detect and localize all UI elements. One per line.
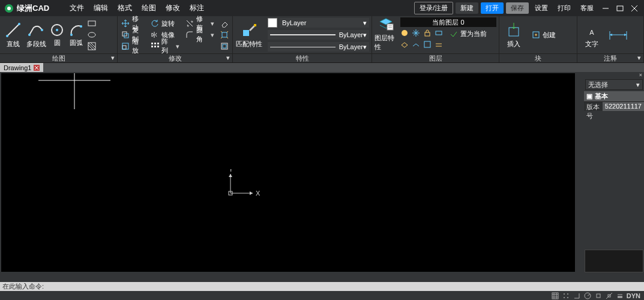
layer-lock-icon[interactable]	[423, 29, 433, 38]
rectangle-icon[interactable]	[86, 18, 97, 29]
panel-annot-expand-icon[interactable]: ▾	[637, 54, 641, 62]
help-button[interactable]: 客服	[577, 2, 597, 14]
svg-rect-46	[424, 41, 430, 47]
line-button[interactable]: 直线	[2, 18, 24, 52]
svg-rect-26	[154, 43, 156, 44]
svg-text:X: X	[256, 190, 260, 197]
save-button[interactable]: 保存	[506, 2, 529, 14]
otrack-toggle-icon[interactable]	[605, 292, 613, 300]
hatch-icon[interactable]	[86, 41, 97, 52]
arc-button[interactable]: 圆弧	[67, 18, 85, 52]
selection-combo[interactable]: 无选择 ▾	[585, 79, 643, 90]
current-layer-combo[interactable]: 当前图层 0	[400, 17, 496, 27]
dyn-toggle[interactable]: DYN	[627, 292, 640, 299]
close-icon[interactable]	[630, 4, 639, 13]
svg-line-18	[88, 45, 93, 50]
titlebar-right: 登录/注册 新建 打开 保存 设置 打印 客服	[414, 2, 640, 14]
dim-linear-button[interactable]	[605, 18, 631, 52]
color-select[interactable]: ByLayer▾	[280, 18, 369, 28]
panel-modify-expand-icon[interactable]: ▾	[226, 54, 230, 62]
chevron-down-icon: ▾	[176, 43, 179, 50]
match-props-button[interactable]: 匹配特性	[235, 18, 263, 52]
svg-point-1	[7, 7, 11, 10]
settings-button[interactable]: 设置	[531, 2, 552, 14]
draw-extra-col	[86, 18, 97, 52]
category-basic[interactable]: ▣ 基本	[584, 91, 644, 101]
canvas-area: X Y	[0, 72, 576, 273]
stretch-button[interactable]: 缩放	[120, 41, 146, 52]
circle-icon	[50, 23, 64, 37]
svg-point-14	[80, 25, 82, 28]
svg-rect-29	[154, 46, 156, 47]
panel-properties: 匹配特性 ByLayer▾ ByLayer▾ ByLayer▾ 特性	[233, 16, 372, 62]
document-tab[interactable]: Drawing1	[0, 63, 43, 72]
set-current-icon	[450, 29, 458, 38]
layer-merge-icon[interactable]	[435, 40, 444, 50]
lwt-toggle-icon[interactable]	[616, 292, 624, 300]
osnap-toggle-icon[interactable]	[594, 292, 603, 300]
palette-close-icon[interactable]: ×	[584, 72, 644, 78]
lineweight-select[interactable]: ByLayer▾	[268, 30, 369, 40]
create-block-icon	[532, 31, 540, 39]
svg-rect-28	[151, 46, 153, 47]
menu-file[interactable]: 文件	[65, 1, 89, 16]
fillet-icon	[185, 31, 194, 39]
layer-freeze-icon[interactable]	[412, 29, 421, 38]
fillet-button[interactable]: 圆角▾	[184, 29, 215, 40]
new-button[interactable]: 新建	[456, 2, 478, 14]
maximize-icon[interactable]	[616, 4, 624, 13]
grid-toggle-icon[interactable]	[551, 292, 559, 300]
properties-palette: × 无选择 ▾ ▣ 基本 版本号 5220211117	[584, 72, 644, 273]
svg-point-72	[567, 297, 568, 298]
menu-modify[interactable]: 修改	[161, 1, 185, 16]
layer-walk-icon[interactable]	[400, 40, 410, 50]
snap-toggle-icon[interactable]	[562, 292, 570, 300]
panel-draw-expand-icon[interactable]: ▾	[111, 54, 115, 62]
text-button[interactable]: A 文字	[580, 18, 604, 52]
erase-icon[interactable]	[219, 18, 230, 29]
insert-block-button[interactable]: 插入	[502, 18, 526, 52]
panel-draw: 直线 多段线 圆 圆弧 绘图▾	[0, 16, 118, 62]
polar-toggle-icon[interactable]	[583, 292, 592, 300]
lineweight-icon	[270, 34, 336, 35]
color-swatch[interactable]	[268, 18, 277, 28]
svg-line-20	[91, 43, 95, 47]
rotate-button[interactable]: 旋转	[149, 18, 181, 29]
scrollbar-vertical[interactable]	[576, 72, 584, 273]
minimize-icon[interactable]	[601, 4, 610, 13]
layer-isolate-icon[interactable]	[435, 29, 444, 38]
polyline-button[interactable]: 多段线	[25, 18, 47, 52]
svg-line-33	[227, 31, 228, 32]
set-current-button[interactable]: 置为当前	[448, 28, 488, 39]
open-button[interactable]: 打开	[481, 2, 504, 14]
linetype-select[interactable]: ByLayer▾	[268, 42, 369, 52]
ortho-toggle-icon[interactable]	[573, 292, 581, 300]
svg-rect-44	[425, 32, 430, 36]
explode-icon[interactable]	[219, 29, 230, 40]
menu-dim[interactable]: 标注	[185, 1, 209, 16]
prop-version-value[interactable]: 5220211117	[603, 102, 644, 111]
array-button[interactable]: 阵列▾	[149, 41, 181, 52]
layer-match-icon[interactable]	[423, 40, 433, 50]
scrollbar-horizontal[interactable]	[1, 272, 575, 279]
menu-draw[interactable]: 绘图	[137, 1, 161, 16]
tab-close-icon[interactable]	[34, 65, 40, 71]
ellipse-icon[interactable]	[86, 29, 97, 40]
layer-prev-icon[interactable]	[412, 40, 421, 50]
move-icon	[121, 19, 130, 28]
layer-off-icon[interactable]	[400, 29, 410, 38]
create-block-button[interactable]: 创建	[531, 29, 557, 40]
insert-icon	[505, 22, 522, 38]
menu-edit[interactable]: 编辑	[89, 1, 113, 16]
panel-modify-title: 修改▾	[118, 53, 232, 62]
circle-button[interactable]: 圆	[48, 18, 66, 52]
menu-format[interactable]: 格式	[113, 1, 137, 16]
drawing-canvas[interactable]: X Y	[1, 73, 575, 272]
layer-props-button[interactable]: 图层特性	[375, 17, 397, 50]
svg-rect-40	[387, 24, 393, 30]
command-line[interactable]: 在此输入命令:	[0, 282, 644, 291]
login-button[interactable]: 登录/注册	[414, 2, 453, 14]
print-button[interactable]: 打印	[554, 2, 574, 14]
offset-icon[interactable]	[219, 41, 230, 52]
svg-rect-64	[552, 293, 558, 299]
